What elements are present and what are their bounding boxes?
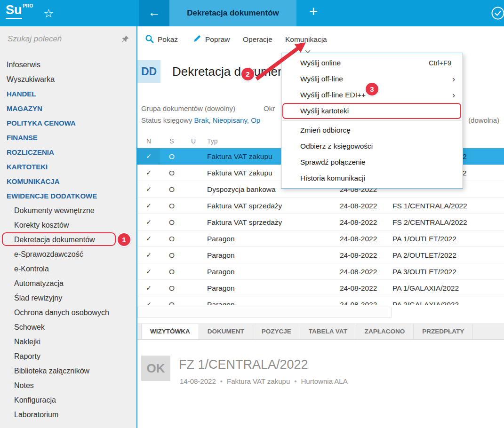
- sidebar-item-handel[interactable]: HANDEL: [0, 87, 136, 101]
- menu-item-odbierz-z-ksiegowosci[interactable]: Odbierz z księgowości: [281, 138, 463, 154]
- sidebar-item-laboratorium[interactable]: Laboratorium: [0, 407, 136, 422]
- column-header-s[interactable]: S: [160, 134, 184, 148]
- menu-item-sprawdz-polaczenie[interactable]: Sprawdź połączenie: [281, 154, 463, 170]
- table-row[interactable]: ✓ O Paragon 24-08-2022 PA 1/OUTLET/2022: [137, 230, 504, 247]
- column-header-u[interactable]: U: [184, 134, 203, 148]
- tab-wizytowka[interactable]: WIZYTÓWKA: [141, 324, 199, 339]
- active-tab[interactable]: Dekretacja dokumentów: [169, 0, 296, 26]
- back-button[interactable]: ←: [139, 0, 169, 26]
- column-header-n[interactable]: N: [137, 134, 160, 148]
- tab-zaplacono[interactable]: ZAPŁACONO: [356, 324, 414, 339]
- row-u: [184, 198, 203, 214]
- check-icon: ✓: [137, 263, 160, 279]
- row-type: Paragon: [203, 247, 340, 263]
- row-date: 24-08-2022: [340, 263, 392, 279]
- row-number: PA 1/GALAXIA/2022: [392, 280, 504, 296]
- sidebar-item-notes[interactable]: Notes: [0, 378, 136, 393]
- filter-accounting-status[interactable]: Status księgowy Brak, Nieopisany, Op: [141, 116, 260, 124]
- tab-tabela-vat[interactable]: TABELA VAT: [300, 324, 356, 339]
- pin-icon[interactable]: [121, 35, 129, 45]
- sidebar-item-e-sprawozdawczosc[interactable]: e-Sprawozdawczość: [0, 247, 136, 262]
- tab-pozycje[interactable]: POZYCJE: [253, 324, 300, 339]
- sidebar-item-dekretacja-dokumentow[interactable]: Dekretacja dokumentów 1: [0, 232, 136, 247]
- row-type: Faktura VAT sprzedaży: [203, 198, 340, 214]
- sidebar-item-polityka-cenowa[interactable]: POLITYKA CENOWA: [0, 116, 136, 130]
- sidebar-item-slad-rewizyjny[interactable]: Ślad rewizyjny: [0, 291, 136, 305]
- document-contractor: Hurtownia ALA: [301, 377, 348, 385]
- row-u: [184, 148, 203, 164]
- sidebar-item-magazyn[interactable]: MAGAZYN: [0, 101, 136, 116]
- row-u: [184, 280, 203, 296]
- row-status: O: [160, 230, 184, 246]
- menu-item-historia-komunikacji[interactable]: Historia komunikacji: [281, 170, 463, 186]
- menu-item-zmien-odbiorce[interactable]: Zmień odbiorcę: [281, 122, 463, 138]
- table-row[interactable]: ✓ O Paragon 24-08-2022 PA 2/GALAXIA/2022: [137, 296, 504, 305]
- row-u: [184, 181, 203, 197]
- sidebar-item-kartoteki[interactable]: KARTOTEKI: [0, 159, 136, 174]
- table-row[interactable]: ✓ O Faktura VAT sprzedaży 24-08-2022 FS …: [137, 198, 504, 214]
- status-badge: OK: [141, 356, 170, 381]
- document-type: Faktura VAT zakupu: [227, 377, 290, 385]
- table-row[interactable]: ✓ O Faktura VAT sprzedaży 24-08-2022 FS …: [137, 214, 504, 230]
- sidebar-item-naklejki[interactable]: Naklejki: [0, 334, 136, 349]
- horizontal-scrollbar[interactable]: [137, 307, 392, 318]
- tab-przedplaty[interactable]: PRZEDPŁATY: [414, 324, 473, 339]
- sidebar-item-e-kontrola[interactable]: e-Kontrola: [0, 262, 136, 276]
- row-number: PA 1/OUTLET/2022: [392, 230, 504, 246]
- pencil-icon: [193, 34, 201, 45]
- filter-label: Grupa dokumentów: [141, 104, 203, 112]
- new-tab-button[interactable]: +: [304, 0, 323, 26]
- filter-document-group[interactable]: Grupa dokumentów (dowolny): [141, 104, 235, 112]
- sidebar-item-konfiguracja[interactable]: Konfiguracja: [0, 393, 136, 407]
- check-icon: ✓: [137, 230, 160, 246]
- filter-period-truncated[interactable]: Okr: [264, 104, 275, 112]
- sidebar-item-label: Dekretacja dokumentów: [14, 236, 95, 244]
- sidebar-item-schowek[interactable]: Schowek: [0, 320, 136, 334]
- menu-item-label: Wyślij off-line EDI++: [300, 91, 366, 99]
- status-check-icon[interactable]: [491, 6, 504, 22]
- sidebar-item-dokumenty-wewnetrzne[interactable]: Dokumenty wewnętrzne: [0, 203, 136, 218]
- sidebar-item-automatyzacja[interactable]: Automatyzacja: [0, 276, 136, 291]
- table-row[interactable]: ✓ O Paragon 24-08-2022 PA 1/GALAXIA/2022: [137, 280, 504, 296]
- edit-menu-button[interactable]: Popraw: [193, 26, 230, 53]
- row-date: 24-08-2022: [340, 280, 392, 296]
- table-row[interactable]: ✓ O Paragon 24-08-2022 PA 2/OUTLET/2022: [137, 247, 504, 263]
- menu-separator: [282, 120, 462, 121]
- sidebar-item-wyszukiwarka[interactable]: Wyszukiwarka: [0, 72, 136, 87]
- row-u: [184, 230, 203, 246]
- filter-value-link[interactable]: Brak, Nieopisany, Op: [194, 116, 261, 124]
- toolbar: Pokaż Popraw Operacje Komunikacja: [137, 26, 504, 53]
- annotation-step-2: 2: [241, 68, 254, 80]
- check-icon: ✓: [137, 165, 160, 181]
- sidebar-item-rozliczenia[interactable]: ROZLICZENIA: [0, 145, 136, 159]
- check-icon: ✓: [137, 181, 160, 197]
- menu-item-shortcut: Ctrl+F9: [429, 59, 455, 67]
- command-search[interactable]: Szukaj poleceń: [0, 26, 136, 52]
- menu-item-label: Wyślij kartoteki: [300, 107, 349, 115]
- sidebar-item-biblioteka-zalacznikow[interactable]: Biblioteka załączników: [0, 364, 136, 378]
- show-menu-button[interactable]: Pokaż: [145, 26, 178, 53]
- sidebar-item-ochrona-danych-osobowych[interactable]: Ochrona danych osobowych: [0, 305, 136, 320]
- menu-item-wyslij-kartoteki[interactable]: Wyślij kartoteki: [281, 103, 463, 119]
- submenu-arrow-icon: ›: [452, 75, 455, 83]
- module-badge: DD: [137, 60, 160, 83]
- check-icon: ✓: [137, 214, 160, 230]
- row-number: PA 2/GALAXIA/2022: [392, 296, 504, 305]
- sidebar-item-raporty[interactable]: Raporty: [0, 349, 136, 364]
- row-type: Paragon: [203, 296, 340, 305]
- annotation-step-3: 3: [366, 83, 378, 95]
- menu-item-label: Zmień odbiorcę: [300, 126, 351, 135]
- sidebar-item-infoserwis[interactable]: Infoserwis: [0, 57, 136, 72]
- sidebar-item-finanse[interactable]: FINANSE: [0, 130, 136, 145]
- back-arrow-icon: ←: [148, 5, 160, 19]
- tab-dokument[interactable]: DOKUMENT: [199, 324, 253, 339]
- search-placeholder: Szukaj poleceń: [8, 26, 62, 52]
- sidebar-item-korekty-kosztow[interactable]: Korekty kosztów: [0, 218, 136, 232]
- sidebar-item-komunikacja[interactable]: KOMUNIKACJA: [0, 174, 136, 189]
- sidebar-item-ewidencje-dodatkowe[interactable]: EWIDENCJE DODATKOWE: [0, 189, 136, 203]
- filter-right-value[interactable]: (dowolna): [468, 116, 499, 124]
- row-u: [184, 296, 203, 305]
- table-row[interactable]: ✓ O Paragon 24-08-2022 PA 3/OUTLET/2022: [137, 263, 504, 280]
- favorites-star-icon[interactable]: ☆: [43, 0, 54, 26]
- row-status: O: [160, 165, 184, 181]
